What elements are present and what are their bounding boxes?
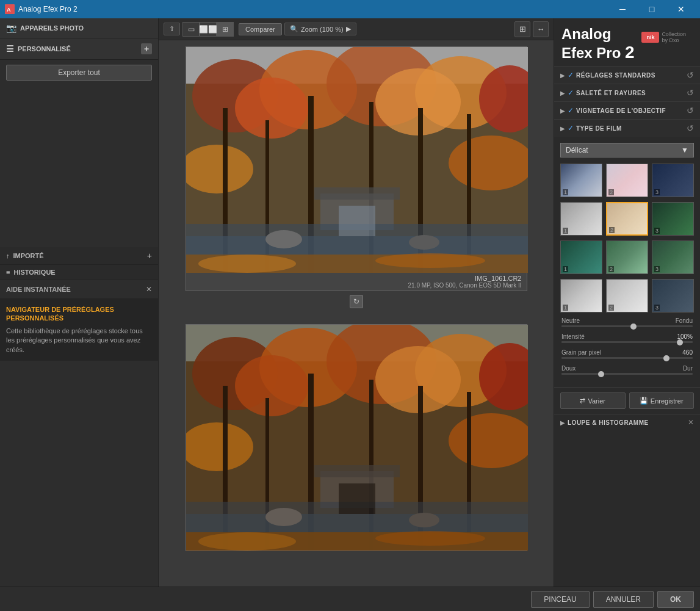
import-icon-btn[interactable]: ⇧ [164,23,180,35]
film-check-icon: ✓ [568,124,574,132]
panel-version: 2 [625,43,635,62]
film-thumb-4[interactable]: 1 [560,202,602,236]
vignette-section: ▶ ✓ VIGNETAGE DE L'OBJECTIF ↺ [554,101,700,119]
add-import-button[interactable]: + [147,251,152,261]
maximize-button[interactable]: □ [638,0,666,18]
doux-dur-slider-row: Doux Dur [560,365,694,375]
imported-section: ↑ IMPORTÉ + [0,247,158,265]
personalized-header[interactable]: ☰ PERSONNALISÉ + [0,38,158,59]
loupe-close-icon[interactable]: ✕ [688,418,694,427]
dropdown-arrow-icon: ▼ [681,146,688,154]
add-personalized-button[interactable]: + [141,43,152,54]
annuler-button[interactable]: ANNULER [593,591,654,608]
photos-area: IMG_1061.CR2 21.0 MP, ISO 500, Canon EOS… [159,40,554,569]
film-thumb-8[interactable]: 2 [606,240,648,274]
film-thumb-12[interactable]: 3 [652,279,694,313]
info-title: NAVIGATEUR DE PRÉRÉGLAGES PERSONNALISÉS [6,305,152,323]
film-type-section: ▶ ✓ TYPE DE FILM ↺ Délicat ▼ 1 2 [554,119,700,387]
single-view-button[interactable]: ▭ [182,22,200,37]
film-dropdown[interactable]: Délicat ▼ [560,143,694,157]
svg-text:A: A [7,7,11,13]
neutre-fondu-slider-row: Neutre Fondu [560,317,694,327]
intensite-thumb[interactable] [677,339,683,345]
fondu-label: Fondu [676,317,693,324]
standards-header[interactable]: ▶ ✓ RÉGLAGES STANDARDS ↺ [554,67,700,84]
cameras-label: APPAREILS PHOTO [20,24,84,32]
zoom-button[interactable]: 🔍 Zoom (100 %) ▶ [284,23,356,35]
film-thumb-3[interactable]: 3 [652,164,694,197]
film-reset-icon[interactable]: ↺ [687,123,694,133]
multi-view-button[interactable]: ⊞ [217,22,234,37]
grid-view-icon[interactable]: ⊞ [514,21,530,37]
info-text: Cette bibliothèque de préréglages stocke… [6,327,152,355]
import-btn-icon: ⇧ [169,25,175,33]
svg-rect-20 [314,187,400,200]
grain-track[interactable] [561,357,693,359]
photo-controls-1: ↻ [186,291,527,312]
film-grid-row3: 1 2 3 [560,240,694,274]
save-icon: 💾 [640,397,648,405]
film-thumb-10[interactable]: 1 [560,279,602,313]
shuffle-icon: ⇄ [580,397,585,405]
pinceau-button[interactable]: PINCEAU [531,591,589,608]
doux-dur-thumb[interactable] [598,371,604,377]
fit-view-icon[interactable]: ↔ [533,21,549,37]
film-thumb-6[interactable]: 3 [652,202,694,236]
saletes-header[interactable]: ▶ ✓ SALETÉ ET RAYURES ↺ [554,84,700,101]
enregistrer-button[interactable]: 💾 Enregistrer [629,392,695,409]
ok-button[interactable]: OK [657,591,694,608]
panel-title: Analog Efex Pro 2 [561,26,641,62]
varier-button[interactable]: ⇄ Varier [560,392,626,409]
close-button[interactable]: ✕ [667,0,695,18]
personalized-icon: ☰ [6,44,14,54]
cameras-header[interactable]: 📷 APPAREILS PHOTO [0,18,158,38]
neutre-fondu-thumb[interactable] [630,324,637,330]
minimize-button[interactable]: ─ [608,0,637,18]
doux-dur-track[interactable] [561,373,693,375]
vignette-reset-icon[interactable]: ↺ [687,106,694,115]
dur-label: Dur [683,365,693,372]
photo-frame-1: IMG_1061.CR2 21.0 MP, ISO 500, Canon EOS… [186,46,527,291]
vignette-header[interactable]: ▶ ✓ VIGNETAGE DE L'OBJECTIF ↺ [554,102,700,119]
neutre-fondu-track[interactable] [561,325,693,327]
doux-label: Doux [561,365,576,372]
standards-reset-icon[interactable]: ↺ [687,70,694,80]
film-type-header[interactable]: ▶ ✓ TYPE DE FILM ↺ [554,120,700,137]
svg-point-27 [409,235,439,250]
film-grid-row2: 1 2 3 [560,202,694,236]
photo-image-1 [186,47,528,273]
info-box: NAVIGATEUR DE PRÉRÉGLAGES PERSONNALISÉS … [0,299,158,361]
vignette-label: VIGNETAGE DE L'OBJECTIF [576,107,687,114]
svg-point-24 [198,255,296,273]
export-all-button[interactable]: Exporter tout [6,65,152,81]
film-thumb-7[interactable]: 1 [560,240,602,274]
intensite-track[interactable] [561,341,693,343]
rotate-button-1[interactable]: ↻ [350,295,363,308]
film-thumb-11[interactable]: 2 [606,279,648,313]
grain-value: 460 [682,349,693,356]
close-help-icon[interactable]: ✕ [146,285,152,294]
standards-arrow-icon: ▶ [560,72,565,79]
grain-thumb[interactable] [663,355,669,361]
film-thumb-1[interactable]: 1 [560,164,602,197]
history-label: HISTORIQUE [13,269,55,276]
film-grid-row4: 1 2 3 [560,279,694,313]
film-thumb-9[interactable]: 3 [652,240,694,274]
zoom-arrow-icon: ▶ [346,25,351,33]
saletes-reset-icon[interactable]: ↺ [687,88,694,98]
grain-slider-row: Grain par pixel 460 [560,349,694,359]
film-thumb-2[interactable]: 2 [606,164,648,197]
split-view-button[interactable]: ⬜⬜ [200,22,217,37]
compare-button[interactable]: Comparer [239,23,282,35]
view-buttons: ▭ ⬜⬜ ⊞ [182,22,234,37]
photo-filename-1: IMG_1061.CR2 [475,275,521,282]
intensite-slider-row: Intensité 100% [560,333,694,343]
window-title: Analog Efex Pro 2 [18,5,608,13]
loupe-header[interactable]: ▶ LOUPE & HISTOGRAMME ✕ [554,414,700,430]
film-thumb-5[interactable]: 2 [606,202,648,236]
history-section: ≡ HISTORIQUE [0,265,158,280]
photo-container-1: IMG_1061.CR2 21.0 MP, ISO 500, Canon EOS… [186,46,527,312]
film-type-content: Délicat ▼ 1 2 3 [554,137,700,387]
bottom-bar: PINCEAU ANNULER OK [0,587,700,611]
panel-title-text: Analog Efex Pro [561,26,625,61]
